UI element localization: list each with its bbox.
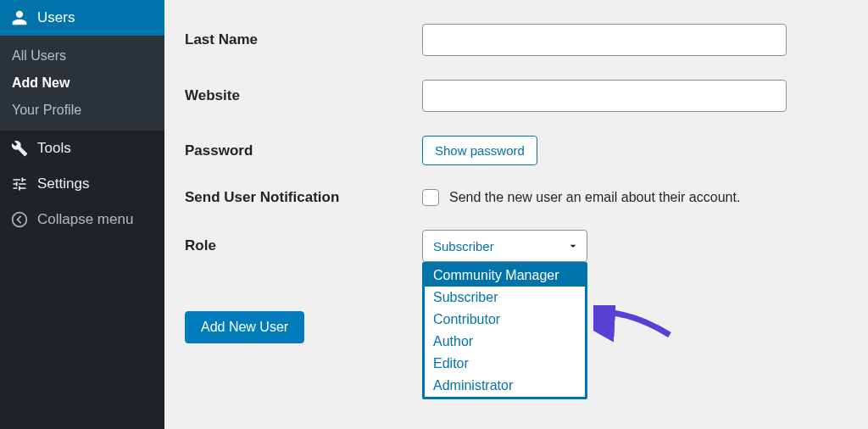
settings-icon (10, 175, 29, 193)
role-select-wrap: Subscriber Community Manager Subscriber … (422, 230, 587, 262)
role-option-editor[interactable]: Editor (425, 353, 585, 375)
svg-point-0 (13, 213, 27, 227)
user-icon (10, 8, 29, 27)
notify-checkbox[interactable] (422, 189, 439, 206)
admin-sidebar: Users All Users Add New Your Profile Too… (0, 0, 164, 429)
notify-checkbox-label: Send the new user an email about their a… (449, 190, 740, 205)
wrench-icon (10, 139, 29, 158)
form-row-last-name: Last Name (185, 0, 848, 56)
sidebar-subitem-add-new[interactable]: Add New (0, 70, 164, 97)
sidebar-item-label: Tools (37, 140, 71, 157)
role-option-author[interactable]: Author (425, 331, 585, 353)
chevron-down-icon (566, 239, 580, 253)
role-option-contributor[interactable]: Contributor (425, 309, 585, 331)
sidebar-item-label: Users (37, 9, 75, 26)
role-label: Role (185, 237, 422, 254)
form-row-role: Role Subscriber Community Manager Subscr… (185, 230, 848, 262)
sidebar-subitem-your-profile[interactable]: Your Profile (0, 97, 164, 124)
form-row-website: Website (185, 80, 848, 112)
sidebar-item-label: Collapse menu (37, 211, 133, 228)
sidebar-item-tools[interactable]: Tools (0, 131, 164, 166)
sidebar-subitem-all-users[interactable]: All Users (0, 42, 164, 70)
notify-label: Send User Notification (185, 189, 422, 206)
role-option-subscriber[interactable]: Subscriber (425, 287, 585, 309)
sidebar-item-label: Settings (37, 176, 89, 192)
last-name-label: Last Name (185, 31, 422, 48)
password-label: Password (185, 142, 422, 159)
collapse-icon (10, 210, 29, 229)
last-name-input[interactable] (422, 24, 787, 56)
role-dropdown: Community Manager Subscriber Contributor… (422, 262, 587, 399)
sidebar-submenu-users: All Users Add New Your Profile (0, 36, 164, 131)
website-input[interactable] (422, 80, 787, 112)
sidebar-item-collapse[interactable]: Collapse menu (0, 202, 164, 237)
main-content: Last Name Website Password Show password… (164, 0, 868, 429)
form-row-password: Password Show password (185, 136, 848, 165)
role-option-administrator[interactable]: Administrator (425, 375, 585, 397)
add-new-user-button[interactable]: Add New User (185, 311, 304, 343)
website-label: Website (185, 87, 422, 104)
show-password-button[interactable]: Show password (422, 136, 537, 165)
role-option-community-manager[interactable]: Community Manager (425, 265, 585, 287)
role-selected-value: Subscriber (433, 239, 494, 254)
role-select[interactable]: Subscriber (422, 230, 587, 262)
sidebar-item-settings[interactable]: Settings (0, 166, 164, 202)
sidebar-item-users[interactable]: Users (0, 0, 164, 36)
form-row-notify: Send User Notification Send the new user… (185, 189, 848, 206)
